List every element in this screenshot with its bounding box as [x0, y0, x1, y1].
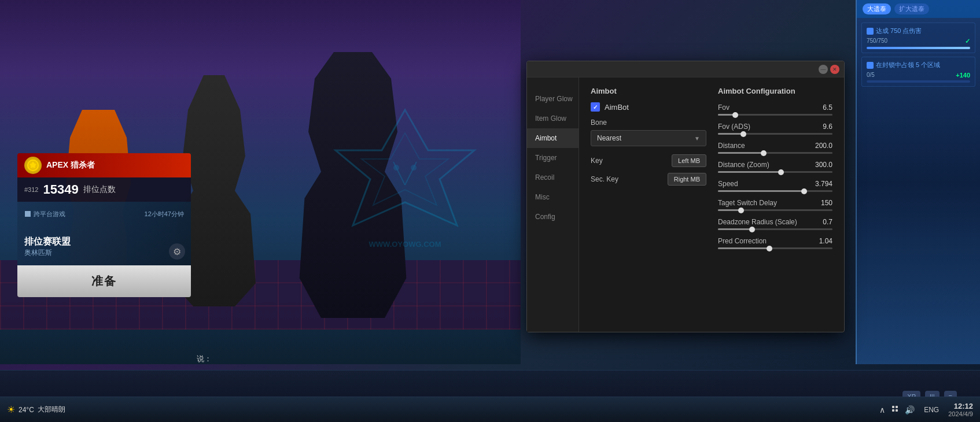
- target-switch-value: 150: [821, 199, 832, 207]
- deadzone-row: Deadzone Radius (Scale) 0.7: [718, 218, 832, 230]
- svg-rect-9: [25, 214, 28, 217]
- aimbot-checkbox-row: ✓ AimBot: [591, 102, 706, 112]
- target-switch-thumb[interactable]: [738, 208, 744, 213]
- minimize-button[interactable]: —: [819, 65, 828, 74]
- distance-zoom-value: 300.0: [815, 161, 832, 169]
- svg-point-5: [411, 165, 417, 171]
- pred-correction-fill: [718, 247, 769, 249]
- key-label: Key: [591, 157, 603, 165]
- fov-ads-slider[interactable]: [718, 133, 832, 135]
- svg-rect-11: [892, 406, 894, 408]
- quest2-progress: 0/5: [867, 72, 875, 79]
- hack-main-content: Aimbot ✓ AimBot Bone Nearest ▼ Key: [579, 77, 844, 332]
- date-display: 2024/4/9: [948, 410, 973, 417]
- svg-rect-14: [896, 409, 898, 412]
- nav-item-glow[interactable]: Item Glow: [527, 109, 579, 128]
- distance-zoom-thumb[interactable]: [778, 169, 784, 175]
- right-panel-content: 达成 750 点伤害 750/750 ✓ 在封锁中占领 5 个区域 0/5 +1…: [857, 18, 980, 95]
- quest2-icon: [867, 62, 874, 69]
- nav-recoil[interactable]: Recoil: [527, 168, 579, 187]
- nav-config[interactable]: Config: [527, 207, 579, 227]
- speed-slider[interactable]: [718, 190, 832, 192]
- hack-titlebar: — ✕: [527, 61, 844, 77]
- language-indicator[interactable]: ENG: [924, 406, 939, 414]
- sec-key-button[interactable]: Right MB: [668, 173, 706, 186]
- nav-trigger[interactable]: Trigger: [527, 148, 579, 168]
- settings-gear-button[interactable]: ⚙: [169, 243, 185, 260]
- rank-number: #312: [24, 186, 38, 193]
- nav-player-glow[interactable]: Player Glow: [527, 89, 579, 109]
- stats-panel: APEX 猎杀者 #312 15349 排位点数 跨平台游戏 12小时47分钟: [17, 153, 191, 297]
- distance-label: Distance: [718, 142, 745, 150]
- pred-correction-slider[interactable]: [718, 247, 832, 249]
- quest1-header: 达成 750 点伤害: [867, 27, 970, 35]
- deadzone-fill: [718, 228, 752, 230]
- ready-button[interactable]: 准备: [17, 265, 191, 297]
- tab-quest2[interactable]: 扩大遗泰: [894, 3, 929, 14]
- right-panel-tabs: 大遗泰 扩大遗泰: [857, 0, 980, 18]
- taskbar-sys-icons: ∧ 🔊: [879, 405, 915, 414]
- quest-item-2: 在封锁中占领 5 个区域 0/5 +140: [861, 57, 975, 87]
- nav-misc[interactable]: Misc: [527, 187, 579, 207]
- config-col: Aimbot Configuration Fov 6.5 Fov (AD: [718, 87, 832, 323]
- distance-zoom-fill: [718, 171, 781, 173]
- distance-slider[interactable]: [718, 152, 832, 154]
- deadzone-thumb[interactable]: [749, 227, 755, 232]
- target-switch-row: Taget Switch Delay 150: [718, 199, 832, 211]
- fov-thumb[interactable]: [732, 112, 738, 118]
- quest1-badge: ✓: [965, 38, 970, 45]
- nav-aimbot[interactable]: Aimbot: [527, 128, 579, 148]
- pred-correction-thumb[interactable]: [767, 246, 772, 251]
- aimbot-checkbox[interactable]: ✓: [591, 102, 600, 112]
- distance-zoom-slider[interactable]: [718, 171, 832, 173]
- tab-quest1[interactable]: 大遗泰: [863, 3, 891, 14]
- volume-icon[interactable]: 🔊: [905, 405, 915, 414]
- distance-zoom-row: Distance (Zoom) 300.0: [718, 161, 832, 173]
- weather-desc: 大部晴朗: [38, 405, 65, 414]
- quest1-fill: [867, 47, 970, 49]
- fov-slider[interactable]: [718, 114, 832, 116]
- svg-rect-7: [25, 211, 28, 214]
- speed-value: 3.794: [815, 180, 832, 188]
- svg-rect-8: [28, 211, 31, 214]
- hack-tool-window: — ✕ Player Glow Item Glow Aimbot Trigger…: [526, 61, 845, 332]
- fov-value: 6.5: [823, 103, 832, 112]
- taskbar: ☀ 24°C 大部晴朗 ∧ 🔊 ENG 12:12 2024/4/9: [0, 397, 980, 422]
- game-preview[interactable]: 跨平台游戏 12小时47分钟 排位赛联盟 奥林匹斯 ⚙: [17, 202, 191, 265]
- hack-body: Player Glow Item Glow Aimbot Trigger Rec…: [527, 77, 844, 332]
- fov-row: Fov 6.5: [718, 103, 832, 116]
- aimbot-label: AimBot: [605, 103, 629, 112]
- preview-content: 跨平台游戏 12小时47分钟 排位赛联盟 奥林匹斯: [17, 205, 191, 262]
- key-button[interactable]: Left MB: [672, 154, 706, 167]
- right-side-panel: 大遗泰 扩大遗泰 达成 750 点伤害 750/750 ✓ 在封锁中占领 5 个…: [856, 0, 980, 364]
- bone-label: Bone: [591, 119, 706, 127]
- distance-thumb[interactable]: [761, 150, 767, 156]
- sec-key-label: Sec. Key: [591, 175, 618, 183]
- score-value: 15349: [43, 182, 78, 197]
- taskbar-arrow-icon[interactable]: ∧: [879, 405, 885, 414]
- pred-correction-label: Pred Correction: [718, 237, 767, 245]
- stats-score-bar: #312 15349 排位点数: [17, 177, 191, 202]
- game-mode-sub: 奥林匹斯: [24, 248, 184, 258]
- target-switch-label: Taget Switch Delay: [718, 199, 777, 207]
- rank-icon: [24, 157, 42, 174]
- network-icon: [891, 405, 899, 414]
- bone-dropdown[interactable]: Nearest ▼: [591, 130, 706, 146]
- quest1-progressbar: [867, 47, 970, 49]
- target-switch-slider[interactable]: [718, 209, 832, 211]
- quest1-label: 达成 750 点伤害: [876, 27, 922, 35]
- fov-ads-thumb[interactable]: [740, 131, 746, 137]
- svg-point-4: [393, 165, 399, 171]
- quest1-icon: [867, 28, 874, 35]
- fov-label: Fov: [718, 103, 730, 112]
- dropdown-arrow-icon: ▼: [694, 135, 700, 142]
- deadzone-label: Deadzone Radius (Scale): [718, 218, 797, 226]
- key-row: Key Left MB: [591, 154, 706, 167]
- svg-marker-0: [336, 110, 474, 225]
- pred-correction-value: 1.04: [819, 237, 832, 245]
- deadzone-slider[interactable]: [718, 228, 832, 230]
- distance-header: Distance 200.0: [718, 142, 832, 150]
- distance-zoom-header: Distance (Zoom) 300.0: [718, 161, 832, 169]
- speed-thumb[interactable]: [801, 188, 807, 194]
- close-button[interactable]: ✕: [830, 65, 839, 74]
